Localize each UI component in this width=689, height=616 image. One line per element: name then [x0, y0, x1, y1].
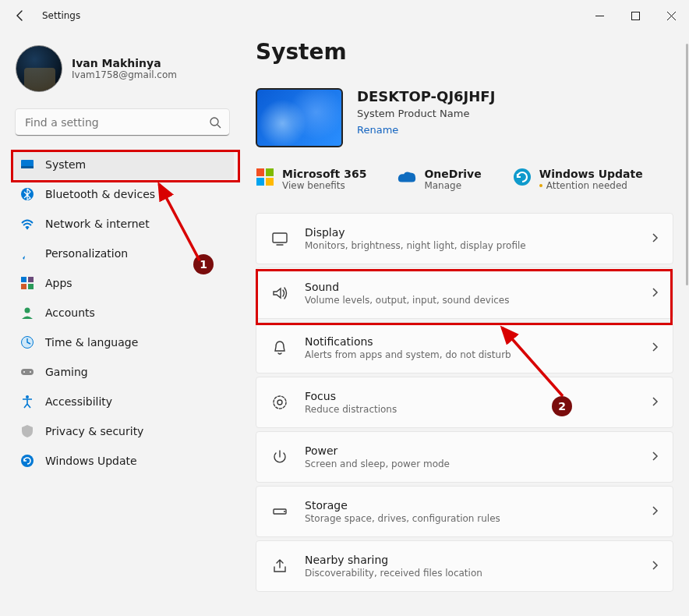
svg-rect-5	[21, 166, 34, 168]
desktop-preview-icon	[256, 88, 343, 147]
svg-point-7	[26, 228, 28, 229]
sidebar-item-accessibility[interactable]: Accessibility	[11, 387, 234, 416]
svg-rect-8	[21, 277, 26, 282]
service-subtitle: Manage	[424, 180, 481, 191]
card-storage[interactable]: StorageStorage space, drives, configurat…	[256, 486, 673, 537]
search-input[interactable]	[16, 109, 229, 136]
back-button[interactable]	[14, 9, 26, 22]
sidebar-item-network-internet[interactable]: Network & internet	[11, 209, 234, 239]
chevron-right-icon	[651, 504, 659, 519]
display-icon	[270, 229, 289, 248]
card-power[interactable]: PowerScreen and sleep, power mode	[256, 431, 673, 483]
sidebar-item-personalization[interactable]: Personalization	[11, 239, 234, 268]
svg-rect-24	[273, 233, 287, 243]
sidebar-item-label: Accessibility	[45, 395, 112, 408]
time-icon	[20, 335, 34, 349]
card-subtitle: Monitors, brightness, night light, displ…	[305, 240, 635, 251]
minimize-button[interactable]	[581, 0, 617, 31]
sidebar-item-gaming[interactable]: Gaming	[11, 357, 234, 387]
card-subtitle: Storage space, drives, configuration rul…	[305, 513, 635, 524]
svg-point-17	[26, 395, 29, 398]
svg-rect-1	[631, 12, 639, 19]
settings-cards: DisplayMonitors, brightness, night light…	[256, 213, 673, 607]
sidebar-item-label: Network & internet	[45, 218, 150, 230]
gaming-icon	[20, 365, 34, 379]
storage-icon	[270, 502, 289, 521]
window-title: Settings	[42, 10, 80, 21]
profile-name: Ivan Makhinya	[72, 57, 177, 69]
sidebar-item-time-language[interactable]: Time & language	[11, 327, 234, 357]
service-windows-update[interactable]: Windows UpdateAttention needed	[513, 168, 643, 191]
chevron-right-icon	[651, 559, 659, 574]
svg-line-3	[217, 125, 221, 128]
apps-icon	[20, 276, 34, 290]
close-button[interactable]	[653, 0, 689, 31]
focus-icon	[270, 393, 289, 412]
avatar	[16, 45, 62, 92]
sidebar-item-label: Bluetooth & devices	[45, 188, 155, 200]
card-subtitle: Volume levels, output, input, sound devi…	[305, 295, 635, 306]
card-title: Sound	[305, 281, 635, 293]
chevron-right-icon	[651, 286, 659, 301]
power-icon	[270, 448, 289, 466]
card-title: Power	[305, 444, 635, 457]
device-name: DESKTOP-QJ6JHFJ	[357, 88, 495, 104]
m365-icon	[256, 168, 274, 186]
svg-point-29	[284, 511, 285, 512]
bell-icon	[270, 338, 289, 357]
sidebar-item-label: Windows Update	[45, 455, 137, 467]
search-icon	[209, 116, 221, 132]
svg-rect-14	[21, 369, 34, 375]
card-title: Display	[305, 226, 635, 239]
card-nearby-sharing[interactable]: Nearby sharingDiscoverability, received …	[256, 540, 673, 592]
service-title: Microsoft 365	[282, 168, 366, 180]
sidebar-item-label: System	[45, 158, 86, 171]
sidebar-item-system[interactable]: System	[11, 150, 234, 179]
scrollbar-thumb[interactable]	[686, 44, 688, 285]
card-sound[interactable]: SoundVolume levels, output, input, sound…	[256, 267, 673, 319]
sidebar-item-bluetooth-devices[interactable]: Bluetooth & devices	[11, 179, 234, 209]
sidebar-item-label: Accounts	[45, 306, 95, 319]
service-subtitle: Attention needed	[539, 180, 643, 191]
svg-point-18	[21, 455, 34, 467]
device-product-name: System Product Name	[357, 108, 495, 119]
update-icon	[20, 454, 34, 468]
sidebar-item-label: Personalization	[45, 247, 128, 260]
service-subtitle: View benefits	[282, 180, 366, 191]
sidebar-item-label: Apps	[45, 277, 72, 289]
maximize-button[interactable]	[617, 0, 653, 31]
svg-rect-22	[266, 178, 274, 186]
search-box[interactable]	[16, 109, 229, 136]
service-onedrive[interactable]: OneDriveManage	[398, 168, 481, 191]
sidebar-item-privacy-security[interactable]: Privacy & security	[11, 416, 234, 446]
window-controls	[581, 0, 689, 31]
system-icon	[20, 158, 34, 172]
brush-icon	[20, 246, 34, 260]
svg-point-23	[514, 168, 531, 186]
svg-rect-19	[256, 168, 264, 176]
card-title: Notifications	[305, 335, 635, 348]
device-block: DESKTOP-QJ6JHFJ System Product Name Rena…	[256, 88, 673, 147]
card-title: Nearby sharing	[305, 554, 635, 566]
sidebar-item-windows-update[interactable]: Windows Update	[11, 446, 234, 476]
svg-rect-10	[21, 284, 26, 289]
sidebar-item-accounts[interactable]: Accounts	[11, 298, 234, 327]
chevron-right-icon	[651, 341, 659, 356]
service-title: Windows Update	[539, 168, 643, 180]
privacy-icon	[20, 424, 34, 438]
service-title: OneDrive	[424, 168, 481, 180]
main-content: System DESKTOP-QJ6JHFJ System Product Na…	[242, 31, 689, 616]
profile-block[interactable]: Ivan Makhinya Ivam1758@gmail.com	[11, 41, 234, 106]
card-display[interactable]: DisplayMonitors, brightness, night light…	[256, 213, 673, 264]
svg-point-2	[210, 118, 218, 126]
svg-point-27	[277, 400, 282, 405]
services-row: Microsoft 365View benefitsOneDriveManage…	[256, 168, 673, 191]
card-notifications[interactable]: NotificationsAlerts from apps and system…	[256, 322, 673, 373]
card-focus[interactable]: FocusReduce distractions	[256, 377, 673, 428]
rename-link[interactable]: Rename	[357, 124, 398, 136]
chevron-right-icon	[651, 232, 659, 246]
sidebar-item-apps[interactable]: Apps	[11, 268, 234, 298]
svg-rect-9	[28, 277, 34, 282]
chevron-right-icon	[651, 395, 659, 410]
service-microsoft-[interactable]: Microsoft 365View benefits	[256, 168, 366, 191]
